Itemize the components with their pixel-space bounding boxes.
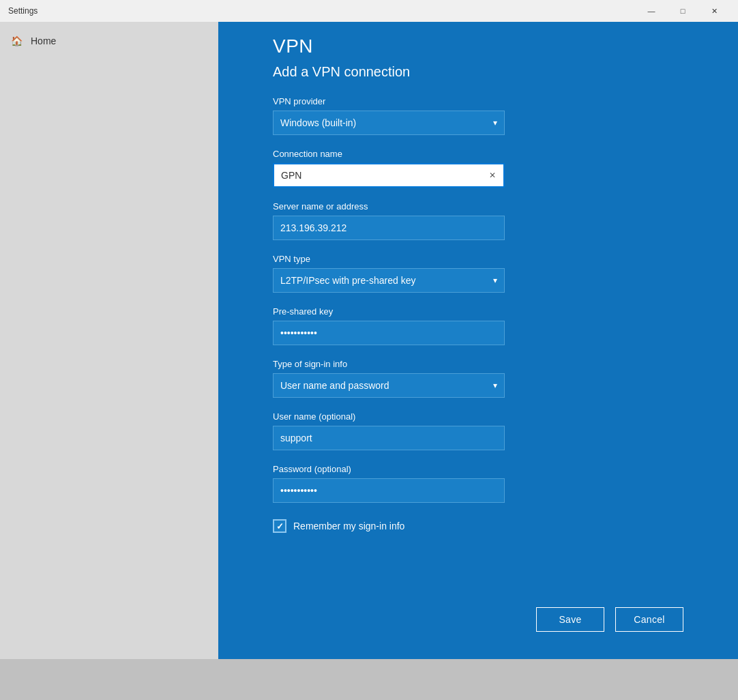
sign-in-type-select[interactable]: User name and passwordCertificateSmart c… xyxy=(274,374,504,397)
bottom-bar xyxy=(0,659,738,700)
password-input[interactable] xyxy=(273,478,505,503)
connection-name-clear-button[interactable]: ✕ xyxy=(482,164,503,186)
main-area: VPN Add a VPN connection VPN provider Wi… xyxy=(218,22,738,659)
maximize-button[interactable]: □ xyxy=(667,0,698,22)
vpn-header: VPN xyxy=(218,22,738,64)
check-icon: ✓ xyxy=(276,521,284,531)
sidebar: 🏠 Home xyxy=(0,22,218,659)
vpn-provider-group: VPN provider Windows (built-in) ▾ xyxy=(273,96,683,135)
pre-shared-key-label: Pre-shared key xyxy=(273,306,683,317)
username-group: User name (optional) xyxy=(273,411,683,450)
server-name-label: Server name or address xyxy=(273,201,683,212)
connection-name-input-wrapper: ✕ xyxy=(273,163,505,188)
server-name-group: Server name or address xyxy=(273,201,683,240)
form-title: Add a VPN connection xyxy=(273,64,683,80)
remember-row: ✓ Remember my sign-in info xyxy=(273,519,683,533)
minimize-button[interactable]: — xyxy=(636,0,667,22)
app-title: Settings xyxy=(8,6,38,16)
app-window: Settings — □ ✕ 🏠 Home VPN Add a VPN conn… xyxy=(0,0,738,700)
server-name-input[interactable] xyxy=(273,216,505,240)
button-row: Save Cancel xyxy=(218,594,738,659)
remember-checkbox[interactable]: ✓ xyxy=(273,519,286,533)
home-icon: 🏠 xyxy=(11,35,23,46)
username-input[interactable] xyxy=(273,426,505,450)
vpn-title: VPN xyxy=(273,35,313,57)
vpn-type-label: VPN type xyxy=(273,254,683,264)
title-bar-left: Settings xyxy=(8,6,38,16)
pre-shared-key-group: Pre-shared key xyxy=(273,306,683,345)
sign-in-type-group: Type of sign-in info User name and passw… xyxy=(273,359,683,398)
vpn-type-group: VPN type L2TP/IPsec with pre-shared keyP… xyxy=(273,254,683,293)
vpn-type-select[interactable]: L2TP/IPsec with pre-shared keyPPTPIKEv2S… xyxy=(274,269,504,292)
vpn-provider-select[interactable]: Windows (built-in) xyxy=(274,111,504,134)
form-container: Add a VPN connection VPN provider Window… xyxy=(218,64,738,594)
content-area: 🏠 Home VPN Add a VPN connection VPN prov… xyxy=(0,22,738,659)
close-button[interactable]: ✕ xyxy=(698,0,730,22)
password-group: Password (optional) xyxy=(273,464,683,503)
cancel-button[interactable]: Cancel xyxy=(615,607,683,632)
username-label: User name (optional) xyxy=(273,411,683,422)
password-label: Password (optional) xyxy=(273,464,683,474)
sidebar-home-item[interactable]: 🏠 Home xyxy=(0,27,218,55)
connection-name-label: Connection name xyxy=(273,149,683,159)
vpn-provider-select-wrapper[interactable]: Windows (built-in) ▾ xyxy=(273,111,505,135)
title-bar: Settings — □ ✕ xyxy=(0,0,738,22)
vpn-provider-label: VPN provider xyxy=(273,96,683,106)
connection-name-input[interactable] xyxy=(274,170,482,181)
sign-in-type-label: Type of sign-in info xyxy=(273,359,683,369)
connection-name-group: Connection name ✕ xyxy=(273,149,683,188)
vpn-type-select-wrapper[interactable]: L2TP/IPsec with pre-shared keyPPTPIKEv2S… xyxy=(273,268,505,293)
save-button[interactable]: Save xyxy=(536,607,604,632)
remember-label: Remember my sign-in info xyxy=(293,521,404,531)
pre-shared-key-input[interactable] xyxy=(273,321,505,345)
sign-in-type-select-wrapper[interactable]: User name and passwordCertificateSmart c… xyxy=(273,373,505,398)
home-label: Home xyxy=(31,35,56,46)
title-bar-controls: — □ ✕ xyxy=(636,0,730,22)
